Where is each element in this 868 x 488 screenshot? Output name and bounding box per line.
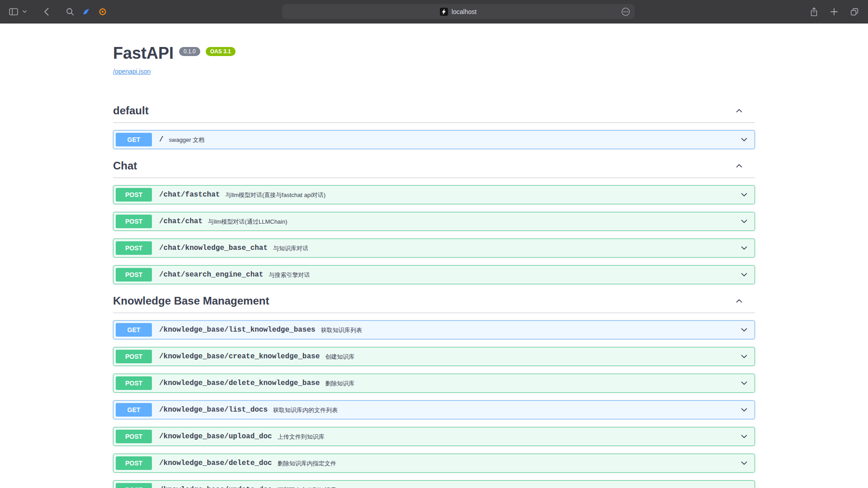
api-info: FastAPI 0.1.0 OAS 3.1 /openapi.json <box>113 23 755 75</box>
browser-toolbar: localhost <box>0 0 868 23</box>
chevron-up-icon[interactable] <box>735 297 743 305</box>
chevron-up-icon[interactable] <box>735 162 743 170</box>
operation-description: 与知识库对话 <box>273 244 735 253</box>
plus-icon <box>830 8 838 16</box>
operation-description: 获取知识库列表 <box>321 325 735 334</box>
section-title: Knowledge Base Management <box>113 295 269 307</box>
orange-extension-button[interactable] <box>97 6 108 18</box>
operation-path: /knowledge_base/list_docs <box>159 406 268 414</box>
operation-path: /chat/chat <box>159 217 203 225</box>
sidebar-toggle-button[interactable] <box>7 6 20 17</box>
tab-group-chevron-button[interactable] <box>21 9 28 15</box>
swagger-page: FastAPI 0.1.0 OAS 3.1 /openapi.json defa… <box>0 23 868 488</box>
operation-row[interactable]: POST /knowledge_base/delete_knowledge_ba… <box>113 374 755 393</box>
new-tab-button[interactable] <box>828 6 840 18</box>
back-button[interactable] <box>42 6 51 18</box>
method-badge: POST <box>116 241 152 255</box>
method-badge: POST <box>116 215 152 228</box>
operation-path: /chat/search_engine_chat <box>159 271 263 279</box>
chevron-down-icon[interactable] <box>740 326 748 334</box>
share-icon <box>810 7 818 17</box>
section-operations: GET / swagger 文档 <box>113 130 755 149</box>
method-badge: GET <box>116 403 152 417</box>
operation-row[interactable]: POST /knowledge_base/create_knowledge_ba… <box>113 347 755 366</box>
method-badge: POST <box>116 456 152 470</box>
method-badge: GET <box>116 133 152 146</box>
orange-extension-icon <box>99 8 107 16</box>
api-section: default GET / swagger 文档 <box>113 102 755 149</box>
operation-row[interactable]: POST /chat/chat 与llm模型对话(通过LLMChain) <box>113 212 755 231</box>
address-bar[interactable]: localhost <box>282 4 635 19</box>
operation-row[interactable]: POST /chat/knowledge_base_chat 与知识库对话 <box>113 239 755 258</box>
version-badge: 0.1.0 <box>179 47 200 56</box>
section-header[interactable]: Knowledge Base Management <box>113 292 755 313</box>
chevron-left-icon <box>44 8 49 16</box>
operation-path: /chat/knowledge_base_chat <box>159 244 268 252</box>
operation-description: 获取知识库内的文件列表 <box>273 405 735 414</box>
operation-row[interactable]: POST /knowledge_base/upload_doc 上传文件到知识库 <box>113 427 755 446</box>
operation-path: /chat/fastchat <box>159 191 220 199</box>
section-header[interactable]: Chat <box>113 157 755 178</box>
method-badge: POST <box>116 188 152 202</box>
method-badge: POST <box>116 350 152 363</box>
chevron-down-icon[interactable] <box>740 352 748 361</box>
operation-description: swagger 文档 <box>169 135 735 144</box>
chevron-down-icon[interactable] <box>740 191 748 199</box>
method-badge: POST <box>116 430 152 443</box>
chevron-down-icon[interactable] <box>740 271 748 279</box>
operation-path: /knowledge_base/upload_doc <box>159 432 272 441</box>
method-badge: POST <box>116 483 152 488</box>
operation-path: /knowledge_base/delete_doc <box>159 459 272 467</box>
operation-path: /knowledge_base/delete_knowledge_base <box>159 379 320 387</box>
chevron-up-icon[interactable] <box>735 107 743 115</box>
operation-description: 与搜索引擎对话 <box>269 270 735 279</box>
chevron-down-icon[interactable] <box>740 459 748 467</box>
chevron-down-icon[interactable] <box>740 379 748 387</box>
operation-row[interactable]: GET /knowledge_base/list_knowledge_bases… <box>113 320 755 339</box>
api-section: Knowledge Base Management GET /knowledge… <box>113 292 755 488</box>
operation-path: / <box>159 136 164 144</box>
chevron-down-icon[interactable] <box>740 244 748 252</box>
tab-overview-icon <box>850 7 859 16</box>
chevron-down-icon[interactable] <box>740 217 748 225</box>
method-badge: POST <box>116 376 152 390</box>
api-sections: default GET / swagger 文档 Chat POST /chat… <box>113 102 755 488</box>
share-button[interactable] <box>808 5 820 19</box>
chevron-down-icon[interactable] <box>740 486 748 488</box>
blue-extension-icon <box>82 8 90 16</box>
method-badge: GET <box>116 323 152 337</box>
operation-description: 删除知识库 <box>325 379 735 388</box>
openapi-json-link[interactable]: /openapi.json <box>113 68 151 75</box>
operation-row[interactable]: POST /chat/search_engine_chat 与搜索引擎对话 <box>113 265 755 284</box>
section-title: Chat <box>113 160 137 172</box>
chevron-down-icon[interactable] <box>740 136 748 144</box>
operation-row[interactable]: GET /knowledge_base/list_docs 获取知识库内的文件列… <box>113 400 755 419</box>
chevron-down-icon[interactable] <box>740 406 748 414</box>
tab-overview-button[interactable] <box>848 5 861 18</box>
search-button[interactable] <box>64 6 76 18</box>
operation-description: 与llm模型对话(通过LLMChain) <box>208 217 735 226</box>
operation-row[interactable]: GET / swagger 文档 <box>113 130 755 149</box>
url-text: localhost <box>452 8 476 15</box>
section-operations: GET /knowledge_base/list_knowledge_bases… <box>113 320 755 488</box>
search-icon <box>66 8 74 16</box>
operation-row[interactable]: POST /chat/fastchat 与llm模型对话(直接与fastchat… <box>113 185 755 204</box>
blue-extension-button[interactable] <box>80 6 92 18</box>
ellipsis-circle-icon <box>621 7 630 16</box>
page-title: FastAPI 0.1.0 OAS 3.1 <box>113 44 755 62</box>
operation-description: 删除知识库内指定文件 <box>278 459 735 468</box>
section-header[interactable]: default <box>113 102 755 123</box>
operation-path: /knowledge_base/create_knowledge_base <box>159 352 320 361</box>
operation-path: /knowledge_base/list_knowledge_bases <box>159 326 316 334</box>
section-title: default <box>113 104 149 117</box>
operation-description: 上传文件到知识库 <box>278 432 735 441</box>
chevron-down-icon[interactable] <box>740 432 748 441</box>
sidebar-icon <box>9 8 18 15</box>
method-badge: POST <box>116 268 152 282</box>
operation-row[interactable]: POST /knowledge_base/delete_doc 删除知识库内指定… <box>113 454 755 473</box>
operation-description: 更新现有文件到知识库 <box>278 485 735 488</box>
page-menu-button[interactable] <box>619 5 632 18</box>
operation-row[interactable]: POST /knowledge_base/update_doc 更新现有文件到知… <box>113 480 755 488</box>
section-operations: POST /chat/fastchat 与llm模型对话(直接与fastchat… <box>113 185 755 284</box>
api-section: Chat POST /chat/fastchat 与llm模型对话(直接与fas… <box>113 157 755 284</box>
